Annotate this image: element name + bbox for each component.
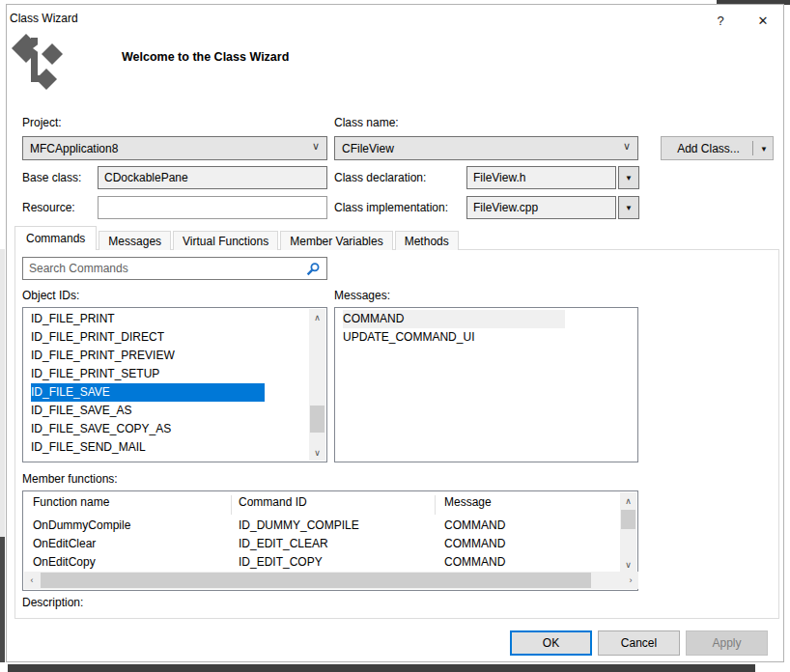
list-item[interactable]: ID_FILE_PRINT (24, 310, 309, 328)
welcome-title: Welcome to the Class Wizard (122, 50, 289, 64)
list-item[interactable]: COMMAND (336, 310, 635, 328)
cancel-button[interactable]: Cancel (598, 630, 680, 656)
list-item[interactable]: ID_FILE_PRINT_DIRECT (24, 328, 309, 347)
column-header-message[interactable]: Message (444, 495, 492, 509)
table-horizontal-scrollbar[interactable]: ‹ › (24, 572, 638, 589)
tab-methods[interactable]: Methods (395, 231, 459, 250)
member-functions-label: Member functions: (22, 472, 118, 486)
chevron-down-icon: ∨ (312, 140, 320, 153)
list-item-label: ID_FILE_PRINT_PREVIEW (31, 347, 175, 365)
window-title: Class Wizard (10, 12, 78, 25)
add-class-button[interactable]: Add Class... ▼ (661, 136, 774, 160)
search-icon[interactable] (306, 262, 321, 276)
table-cell: OnEditCopy (33, 553, 96, 572)
list-item[interactable]: ID_FILE_SAVE_AS (24, 402, 309, 420)
list-item-label: ID_FILE_SEND_MAIL (31, 438, 146, 457)
column-header-command-id[interactable]: Command ID (239, 495, 307, 509)
list-item[interactable]: ID_FILE_PRINT_PREVIEW (24, 347, 309, 365)
list-item[interactable]: ID_FILE_PRINT_SETUP (24, 365, 309, 383)
apply-button-label: Apply (712, 636, 741, 650)
list-item[interactable]: ID_FILE_SEND_MAIL (24, 438, 309, 457)
list-item[interactable]: ID_FILE_SAVE_COPY_AS (24, 420, 309, 438)
list-item-label: ID_FILE_SAVE (31, 383, 265, 402)
scroll-left-icon[interactable]: ‹ (24, 572, 40, 589)
list-item-label: ID_FILE_PRINT_DIRECT (31, 328, 164, 347)
resource-label: Resource: (22, 201, 75, 214)
table-row[interactable]: OnEditCopyID_EDIT_COPYCOMMAND (23, 553, 621, 572)
project-combobox-value: MFCApplication8 (30, 142, 118, 155)
dropdown-arrow-icon: ▼ (625, 204, 633, 212)
table-header: Function name Command ID Message (23, 491, 621, 515)
class-implementation-field[interactable]: FileView.cpp (466, 196, 616, 219)
scroll-down-icon[interactable]: ∨ (620, 556, 636, 573)
table-cell: COMMAND (444, 535, 505, 553)
list-item-label: ID_FILE_SAVE_AS (31, 402, 132, 420)
ok-button[interactable]: OK (510, 630, 592, 656)
messages-listbox: COMMANDUPDATE_COMMAND_UI (334, 307, 638, 462)
class-implementation-dropdown-button[interactable]: ▼ (618, 196, 639, 219)
chevron-down-icon: ∨ (623, 140, 631, 153)
project-combobox[interactable]: MFCApplication8 ∨ (22, 136, 327, 160)
tab-commands[interactable]: Commands (14, 226, 97, 250)
add-class-dropdown-icon[interactable]: ▼ (760, 145, 768, 154)
base-class-label: Base class: (22, 171, 81, 184)
table-row[interactable]: OnEditClearID_EDIT_CLEARCOMMAND (23, 535, 621, 553)
scroll-up-icon[interactable]: ∧ (309, 309, 325, 325)
tab-messages[interactable]: Messages (99, 231, 171, 250)
list-item[interactable]: ID_FILE_SAVE (24, 383, 309, 402)
ok-button-label: OK (543, 636, 559, 650)
apply-button: Apply (686, 630, 768, 656)
member-functions-table: Function name Command ID Message OnDummy… (22, 490, 638, 591)
class-declaration-label: Class declaration: (334, 171, 426, 184)
class-wizard-dialog: Class Wizard ? ✕ Welcome to the Class Wi… (6, 4, 784, 662)
list-item[interactable]: UPDATE_COMMAND_UI (336, 328, 635, 347)
class-name-combobox[interactable]: CFileView ∨ (334, 136, 638, 160)
table-cell: ID_EDIT_CLEAR (239, 535, 328, 553)
cancel-button-label: Cancel (621, 636, 657, 650)
table-cell: ID_EDIT_COPY (239, 553, 323, 572)
tab-member-variables[interactable]: Member Variables (280, 231, 392, 250)
table-cell: ID_DUMMY_COMPILE (239, 517, 359, 535)
column-header-function-name[interactable]: Function name (33, 495, 109, 509)
background-sliver-left-light (0, 249, 5, 537)
search-input[interactable] (23, 258, 309, 279)
class-implementation-value: FileView.cpp (473, 201, 538, 214)
tab-virtual-functions[interactable]: Virtual Functions (173, 231, 278, 250)
table-cell: COMMAND (444, 517, 505, 535)
class-wizard-icon (12, 34, 64, 90)
messages-list: COMMANDUPDATE_COMMAND_UI (336, 310, 635, 347)
column-separator[interactable] (435, 495, 436, 515)
object-ids-label: Object IDs: (22, 289, 79, 302)
base-class-field[interactable]: CDockablePane (98, 166, 327, 189)
object-ids-listbox: ID_FILE_PRINTID_FILE_PRINT_DIRECTID_FILE… (22, 307, 327, 462)
add-class-button-label: Add Class... (677, 142, 740, 155)
list-item-label: ID_FILE_SAVE_COPY_AS (31, 420, 171, 438)
list-item-label: COMMAND (343, 310, 565, 328)
class-declaration-field[interactable]: FileView.h (466, 166, 616, 189)
scrollbar-thumb[interactable] (310, 406, 324, 433)
object-ids-list: ID_FILE_PRINTID_FILE_PRINT_DIRECTID_FILE… (24, 310, 309, 457)
table-cell: OnDummyCompile (33, 517, 130, 535)
class-declaration-dropdown-button[interactable]: ▼ (618, 166, 639, 189)
scroll-down-icon[interactable]: ∨ (309, 444, 325, 461)
messages-label: Messages: (334, 289, 390, 302)
table-row[interactable]: OnDummyCompileID_DUMMY_COMPILECOMMAND (23, 517, 621, 535)
split-separator (752, 141, 753, 155)
resource-field[interactable] (98, 196, 327, 219)
column-separator[interactable] (231, 495, 232, 515)
table-vertical-scrollbar[interactable]: ∧ ∨ (620, 492, 636, 573)
class-name-combobox-value: CFileView (342, 142, 394, 155)
help-button[interactable]: ? (706, 9, 735, 32)
scroll-up-icon[interactable]: ∧ (620, 492, 636, 509)
list-item-label: ID_FILE_PRINT_SETUP (31, 365, 159, 383)
list-item-label: ID_FILE_PRINT (31, 310, 115, 328)
description-label: Description: (22, 596, 83, 609)
scrollbar-thumb[interactable] (621, 510, 635, 529)
scrollbar-thumb[interactable] (41, 573, 591, 588)
class-name-label: Class name: (334, 116, 399, 129)
table-cell: OnEditClear (33, 535, 96, 553)
scroll-right-icon[interactable]: › (623, 572, 638, 589)
object-ids-scrollbar[interactable]: ∧ ∨ (309, 309, 325, 461)
close-button[interactable]: ✕ (748, 9, 777, 32)
background-strip-bottom (8, 664, 755, 672)
